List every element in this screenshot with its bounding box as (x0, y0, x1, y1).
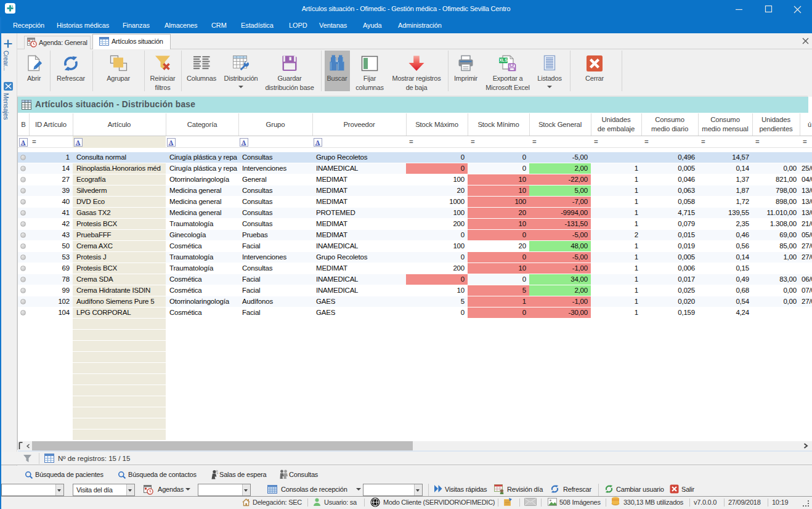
svg-text:A: A (315, 139, 320, 146)
svg-text:XLS: XLS (499, 58, 508, 62)
svg-text:A: A (76, 139, 81, 146)
svg-text:A: A (169, 139, 174, 146)
svg-text:A: A (242, 139, 246, 146)
svg-text:A: A (21, 139, 26, 146)
